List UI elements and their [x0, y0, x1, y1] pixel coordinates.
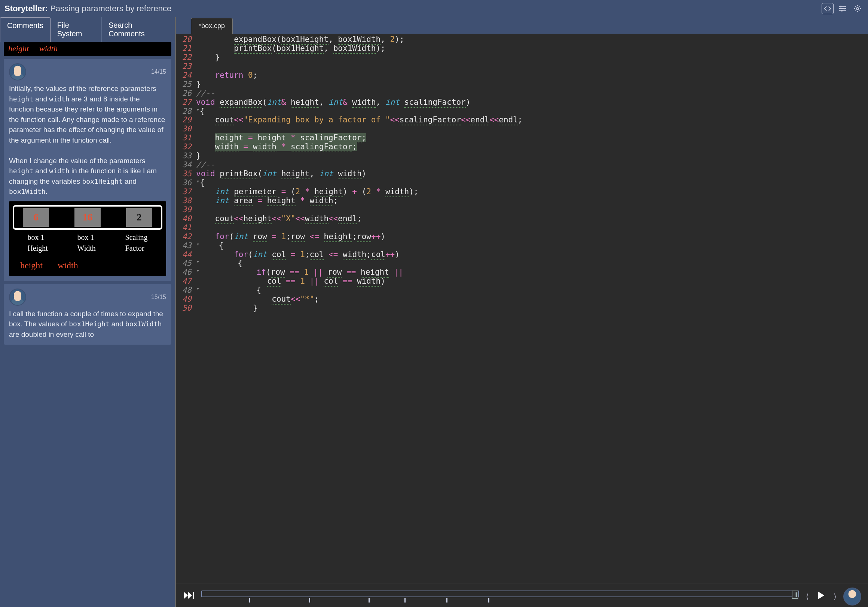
svg-rect-4: [193, 592, 194, 599]
comment-text: Initially, the values of the reference p…: [9, 84, 166, 145]
comment-counter: 14/15: [151, 67, 166, 76]
step-forward-button[interactable]: ⟩: [832, 590, 838, 602]
playback-slider[interactable]: [201, 589, 799, 604]
slider-thumb[interactable]: [792, 590, 798, 599]
page-title: Passing parameters by reference: [50, 4, 171, 14]
cell-box1height: 6: [23, 208, 49, 227]
tab-box-cpp[interactable]: *box.cpp: [191, 18, 233, 34]
tab-comments[interactable]: Comments: [0, 17, 51, 42]
comment-counter: 15/15: [151, 293, 166, 301]
comment-text: When I change the value of the parameter…: [9, 156, 166, 197]
right-panel: *box.cpp 20 expandBox(box1Height, box1Wi…: [176, 17, 868, 607]
tab-filesystem[interactable]: File System: [51, 17, 102, 42]
code-editor[interactable]: 20 expandBox(box1Height, box1Width, 2); …: [176, 34, 868, 583]
settings-sliders-icon[interactable]: [837, 3, 849, 14]
gear-icon[interactable]: [851, 3, 863, 14]
sketch-fragment: heightwidth: [4, 42, 171, 56]
svg-point-2: [841, 10, 843, 12]
code-view-icon[interactable]: [822, 3, 834, 14]
comment-text: I call the function a couple of times to…: [9, 309, 166, 340]
avatar: [9, 289, 26, 306]
skip-forward-button[interactable]: [183, 590, 196, 603]
playback-bar: ⟨ ⟩: [176, 583, 868, 607]
comment-card-14[interactable]: 14/15 Initially, the values of the refer…: [4, 59, 171, 281]
left-panel: Comments File System Search Comments hei…: [0, 17, 176, 607]
svg-point-1: [843, 8, 845, 10]
left-tabbar: Comments File System Search Comments: [0, 17, 175, 42]
comments-list[interactable]: heightwidth 14/15 Initially, the values …: [0, 42, 175, 607]
app-name: Storyteller:: [5, 4, 48, 14]
cell-box1width: 16: [74, 208, 101, 227]
svg-point-3: [856, 8, 859, 10]
tab-search-comments[interactable]: Search Comments: [102, 17, 175, 42]
app-header: Storyteller: Passing parameters by refer…: [0, 0, 868, 17]
step-back-button[interactable]: ⟨: [804, 590, 811, 602]
memory-sketch: 6 16 2 box 1Height box 1Width ScalingFac…: [9, 201, 166, 276]
svg-point-0: [840, 6, 842, 8]
play-button[interactable]: [815, 589, 827, 604]
comment-card-15[interactable]: 15/15 I call the function a couple of ti…: [4, 284, 171, 345]
avatar: [9, 63, 26, 81]
author-avatar[interactable]: [843, 588, 861, 605]
cell-scaling: 2: [126, 208, 152, 227]
editor-tabbar: *box.cpp: [176, 17, 868, 34]
